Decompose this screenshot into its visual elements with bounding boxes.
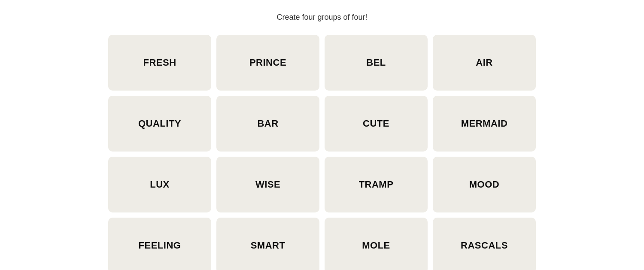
tile-tramp[interactable]: TRAMP (325, 157, 428, 212)
tile-rascals[interactable]: RASCALS (433, 218, 536, 270)
tile-label-rascals: RASCALS (461, 240, 508, 251)
tile-bel[interactable]: BEL (325, 35, 428, 91)
tile-label-prince: PRINCE (249, 57, 286, 68)
tile-label-quality: QUALITY (138, 118, 181, 129)
tile-smart[interactable]: SMART (216, 218, 319, 270)
tile-bar[interactable]: BAR (216, 96, 319, 152)
tile-fresh[interactable]: FRESH (108, 35, 211, 91)
tile-label-mermaid: MERMAID (461, 118, 508, 129)
tile-label-fresh: FRESH (143, 57, 176, 68)
tile-prince[interactable]: PRINCE (216, 35, 319, 91)
tile-label-mood: MOOD (469, 179, 499, 190)
tile-cute[interactable]: CUTE (325, 96, 428, 152)
tile-quality[interactable]: QUALITY (108, 96, 211, 152)
tile-label-tramp: TRAMP (359, 179, 394, 190)
word-grid: FRESHPRINCEBELAIRQUALITYBARCUTEMERMAIDLU… (108, 35, 536, 270)
tile-label-wise: WISE (255, 179, 280, 190)
tile-air[interactable]: AIR (433, 35, 536, 91)
tile-lux[interactable]: LUX (108, 157, 211, 212)
tile-label-lux: LUX (150, 179, 170, 190)
tile-label-bel: BEL (366, 57, 386, 68)
tile-label-feeling: FEELING (139, 240, 181, 251)
tile-mole[interactable]: MOLE (325, 218, 428, 270)
tile-wise[interactable]: WISE (216, 157, 319, 212)
tile-label-smart: SMART (251, 240, 286, 251)
tile-label-mole: MOLE (362, 240, 390, 251)
tile-mood[interactable]: MOOD (433, 157, 536, 212)
tile-mermaid[interactable]: MERMAID (433, 96, 536, 152)
tile-label-bar: BAR (257, 118, 278, 129)
tile-label-cute: CUTE (363, 118, 389, 129)
tile-feeling[interactable]: FEELING (108, 218, 211, 270)
tile-label-air: AIR (476, 57, 492, 68)
game-subtitle: Create four groups of four! (276, 13, 367, 22)
